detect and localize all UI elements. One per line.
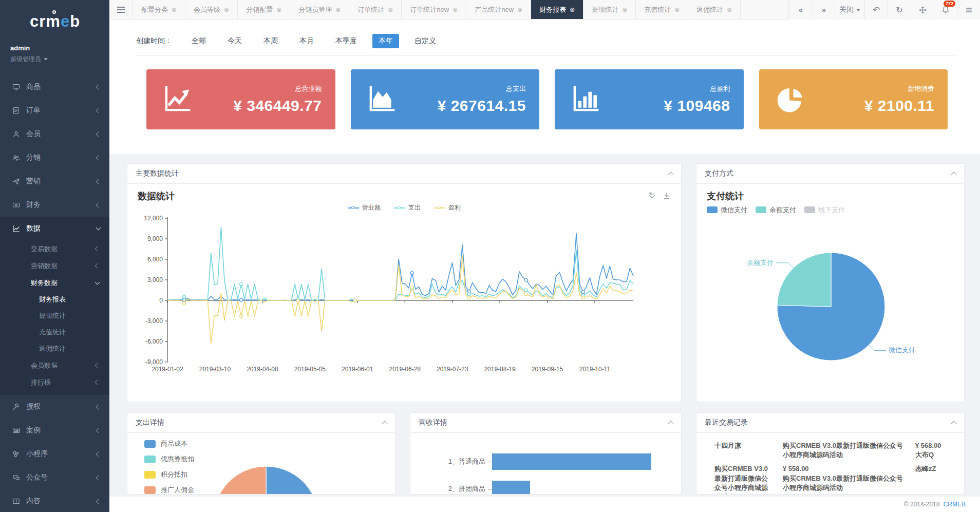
tab-财务报表[interactable]: 财务报表⊗ bbox=[531, 0, 583, 19]
pay-legend-item-余额支付[interactable]: 余额支付 bbox=[756, 205, 796, 215]
brand-link[interactable]: CRMEB bbox=[944, 501, 966, 508]
download-chart-icon[interactable] bbox=[663, 192, 671, 201]
panel-title: 主要数据统计 bbox=[136, 169, 179, 178]
collapse-sidebar-button[interactable] bbox=[109, 0, 133, 19]
user-role-dropdown[interactable]: 超级管理员 bbox=[10, 55, 109, 64]
refresh-page-button[interactable]: ↻ bbox=[888, 0, 911, 20]
collapse-panel-icon[interactable] bbox=[951, 421, 956, 426]
expense-legend-item-推广人佣金[interactable]: 推广人佣金 bbox=[144, 482, 194, 495]
filter-option-本季度[interactable]: 本季度 bbox=[329, 34, 363, 48]
sidebar-subitem-营销数据[interactable]: 营销数据 bbox=[0, 257, 109, 274]
line-chart[interactable]: -9,000-6,000-3,00003,0006,0009,00012,000… bbox=[138, 214, 672, 374]
close-tab-icon[interactable]: ⊗ bbox=[622, 6, 627, 13]
refresh-chart-icon[interactable]: ↻ bbox=[649, 192, 655, 201]
expense-legend-item-积分抵扣[interactable]: 积分抵扣 bbox=[144, 467, 194, 482]
sidebar-item-label: 分销 bbox=[26, 153, 97, 162]
stat-card-总支出[interactable]: 总支出¥ 267614.15 bbox=[351, 69, 540, 129]
undo-button[interactable]: ↶ bbox=[864, 0, 888, 20]
tab-分销员管理[interactable]: 分销员管理⊗ bbox=[290, 0, 349, 19]
app-logo: crmeb bbox=[30, 12, 109, 31]
tab-产品统计new[interactable]: 产品统计new⊗ bbox=[466, 0, 531, 19]
filter-option-自定义[interactable]: 自定义 bbox=[408, 34, 442, 48]
tab-提现统计[interactable]: 提现统计⊗ bbox=[583, 0, 636, 19]
stat-card-总盈利[interactable]: 总盈利¥ 109468 bbox=[555, 69, 744, 129]
tab-订单统计[interactable]: 订单统计⊗ bbox=[349, 0, 402, 19]
sidebar-subitem-提现统计[interactable]: 提现统计 bbox=[0, 308, 109, 324]
legend-item-营业额[interactable]: 营业额 bbox=[348, 203, 381, 212]
sidebar-item-内容[interactable]: 内容 bbox=[0, 489, 109, 512]
legend-item-支出[interactable]: 支出 bbox=[394, 203, 421, 212]
tab-会员等级[interactable]: 会员等级⊗ bbox=[185, 0, 238, 19]
expense-legend-item-优惠券抵扣[interactable]: 优惠券抵扣 bbox=[144, 451, 194, 467]
tab-充值统计[interactable]: 充值统计⊗ bbox=[636, 0, 688, 19]
bar-1、普通商品[interactable] bbox=[492, 453, 651, 470]
sidebar-subitem-财务数据[interactable]: 财务数据 bbox=[0, 274, 109, 291]
filter-option-本月[interactable]: 本月 bbox=[293, 34, 320, 48]
sidebar-item-商品[interactable]: 商品 bbox=[0, 75, 109, 99]
bar-2、拼团商品[interactable] bbox=[492, 481, 530, 495]
sidebar-subitem-返佣统计[interactable]: 返佣统计 bbox=[0, 340, 109, 357]
close-tab-icon[interactable]: ⊗ bbox=[172, 6, 177, 13]
expense-legend-item-商品成本[interactable]: 商品成本 bbox=[144, 436, 194, 451]
filter-label: 创建时间： bbox=[136, 36, 172, 46]
sidebar-item-授权[interactable]: 授权 bbox=[0, 395, 109, 419]
sidebar-item-小程序[interactable]: 小程序 bbox=[0, 442, 109, 466]
sidebar-subitem-label: 财务数据 bbox=[31, 278, 96, 288]
sidebar-item-营销[interactable]: 营销 bbox=[0, 169, 109, 193]
chart-title: 支付统计 bbox=[707, 190, 954, 202]
tab-分销配置[interactable]: 分销配置⊗ bbox=[238, 0, 290, 19]
tab-label: 订单统计 bbox=[357, 5, 384, 14]
filter-option-本周[interactable]: 本周 bbox=[257, 34, 284, 48]
tab-订单统计new[interactable]: 订单统计new⊗ bbox=[402, 0, 466, 19]
filter-option-本年[interactable]: 本年 bbox=[372, 34, 399, 48]
collapse-panel-icon[interactable] bbox=[382, 421, 387, 426]
sidebar-item-分销[interactable]: 分销 bbox=[0, 146, 109, 169]
collapse-panel-icon[interactable] bbox=[668, 421, 673, 426]
close-tab-icon[interactable]: ⊗ bbox=[453, 6, 458, 13]
notifications-button[interactable]: 772 bbox=[934, 0, 957, 20]
scroll-tabs-right-button[interactable]: » bbox=[812, 0, 835, 20]
close-tabs-dropdown[interactable]: 关闭 bbox=[835, 0, 864, 20]
sidebar-item-财务[interactable]: 财务 bbox=[0, 193, 109, 217]
sidebar-subitem-排行榜[interactable]: 排行榜 bbox=[0, 374, 109, 391]
sidebar-item-会员[interactable]: 会员 bbox=[0, 122, 109, 146]
filter-option-全部[interactable]: 全部 bbox=[185, 34, 212, 48]
close-tab-icon[interactable]: ⊗ bbox=[727, 6, 732, 13]
pay-legend-item-微信支付[interactable]: 微信支付 bbox=[707, 205, 747, 215]
close-tab-icon[interactable]: ⊗ bbox=[224, 6, 229, 13]
close-tab-icon[interactable]: ⊗ bbox=[570, 6, 575, 13]
sidebar-item-案例[interactable]: 案例 bbox=[0, 419, 109, 442]
filter-option-今天[interactable]: 今天 bbox=[221, 34, 248, 48]
legend-item-盈利[interactable]: 盈利 bbox=[434, 203, 461, 212]
legend-label: 营业额 bbox=[362, 203, 381, 212]
close-tab-icon[interactable]: ⊗ bbox=[276, 6, 281, 13]
sidebar-subitem-财务报表[interactable]: 财务报表 bbox=[0, 291, 109, 308]
sidebar-item-订单[interactable]: 订单 bbox=[0, 99, 109, 122]
stat-card-新增消费[interactable]: 新增消费¥ 2100.11 bbox=[759, 69, 948, 129]
caret-down-icon bbox=[44, 58, 48, 61]
tab-配置分类[interactable]: 配置分类⊗ bbox=[133, 0, 185, 19]
sidebar-subitem-充值统计[interactable]: 充值统计 bbox=[0, 324, 109, 340]
tab-返佣统计[interactable]: 返佣统计⊗ bbox=[688, 0, 741, 19]
close-tab-icon[interactable]: ⊗ bbox=[517, 6, 522, 13]
close-tab-icon[interactable]: ⊗ bbox=[674, 6, 680, 13]
sidebar-item-数据[interactable]: 数据 bbox=[0, 217, 109, 240]
stat-card-总营业额[interactable]: 总营业额¥ 346449.77 bbox=[146, 69, 335, 129]
sidebar-subitem-会员数据[interactable]: 会员数据 bbox=[0, 357, 109, 374]
caret-down-icon bbox=[856, 9, 860, 11]
sidebar-subitem-交易数据[interactable]: 交易数据 bbox=[0, 240, 109, 257]
svg-text:2019-10-11: 2019-10-11 bbox=[579, 366, 611, 373]
payment-pie-chart[interactable]: 余额支付微信支付 bbox=[707, 216, 955, 394]
scroll-tabs-left-button[interactable]: « bbox=[788, 0, 812, 20]
pay-legend-item-线下支付[interactable]: 线下支付 bbox=[804, 205, 845, 215]
collapse-panel-icon[interactable] bbox=[951, 172, 956, 177]
sidebar-item-label: 授权 bbox=[26, 402, 97, 411]
close-tab-icon[interactable]: ⊗ bbox=[335, 6, 341, 13]
revenue-bar-chart[interactable]: 1、普通商品2、拼团商品 bbox=[410, 433, 681, 495]
legend-swatch bbox=[707, 206, 718, 213]
fullscreen-button[interactable] bbox=[911, 0, 934, 20]
close-tab-icon[interactable]: ⊗ bbox=[388, 6, 393, 13]
sidebar-item-公众号[interactable]: 公众号 bbox=[0, 466, 109, 489]
user-menu-button[interactable] bbox=[957, 0, 980, 20]
collapse-panel-icon[interactable] bbox=[668, 172, 673, 177]
